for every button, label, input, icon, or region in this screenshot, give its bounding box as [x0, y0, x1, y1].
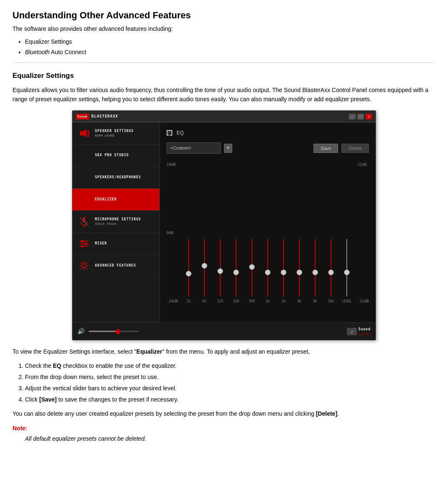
- sidebar-speaker-subtitle: WARM SOUND: [95, 134, 134, 138]
- sidebar-item-speaker-settings[interactable]: SPEAKER SETTINGS WARM SOUND: [72, 122, 159, 145]
- eq-knob-31[interactable]: [186, 271, 192, 277]
- sidebar-item-sbx[interactable]: SBX PRO STUDIO: [72, 145, 159, 167]
- eq-label: EQ: [177, 129, 184, 137]
- eq-sliders: 31 62 125: [181, 162, 355, 316]
- volume-knob[interactable]: [115, 329, 120, 334]
- section-divider: [12, 62, 436, 63]
- speaker-icon: [77, 127, 91, 140]
- db-label-neg24: -24dB: [167, 299, 178, 304]
- eq-slider-250[interactable]: 250: [228, 239, 244, 306]
- app-bottombar: 🔊 🔊 Sound BLASTER: [72, 322, 376, 340]
- step-4-bold: [Save]: [39, 396, 57, 403]
- volume-fill: [89, 331, 119, 332]
- eq-save-button[interactable]: Save: [314, 144, 338, 153]
- eq-slider-4k[interactable]: 4k: [291, 239, 307, 306]
- eq-dropdown[interactable]: <Custom>: [167, 142, 221, 154]
- eq-slider-1k[interactable]: 1k: [260, 239, 276, 306]
- app-body: SPEAKER SETTINGS WARM SOUND SBX PRO STUD…: [72, 122, 376, 322]
- step-1-bold: EQ: [53, 362, 61, 369]
- sidebar-speaker-title: SPEAKER SETTINGS: [95, 129, 134, 134]
- advanced-icon: [77, 259, 91, 272]
- eq-slider-8k[interactable]: 8k: [307, 239, 323, 306]
- sidebar-advanced-title: ADVANCED FEATURES: [95, 263, 136, 268]
- eq-slider-62[interactable]: 62: [197, 239, 212, 306]
- feature-item-2: Bluetooth Auto Connect: [25, 48, 436, 57]
- step-2: From the drop down menu, select the pres…: [25, 373, 436, 382]
- brand-text-area: Sound BLASTER: [358, 327, 371, 336]
- intro-text: The software also provides other advance…: [12, 25, 436, 33]
- sidebar-headphones-labels: SPEAKERS/HEADPHONES: [95, 175, 141, 180]
- eq-delete-button[interactable]: Delete: [341, 144, 369, 153]
- sidebar: SPEAKER SETTINGS WARM SOUND SBX PRO STUD…: [72, 122, 160, 322]
- delete-note-bold: [Delete]: [316, 410, 337, 417]
- eq-checkbox-check: ✓: [167, 131, 172, 135]
- sidebar-speaker-labels: SPEAKER SETTINGS WARM SOUND: [95, 129, 134, 138]
- maximize-button[interactable]: □: [357, 114, 364, 120]
- eq-knob-1k[interactable]: [265, 270, 271, 275]
- svg-point-11: [81, 245, 84, 247]
- note-text: All default equalizer presets cannot be …: [25, 434, 436, 443]
- eq-knob-250[interactable]: [234, 270, 239, 275]
- sidebar-advanced-labels: ADVANCED FEATURES: [95, 263, 136, 268]
- eq-dropdown-arrow[interactable]: ▼: [224, 144, 232, 153]
- steps-list: Check the EQ checkbox to enable the use …: [25, 362, 436, 404]
- logo-badge: Sound: [76, 114, 89, 120]
- volume-icon: 🔊: [77, 327, 85, 336]
- eq-knob-level[interactable]: [344, 270, 350, 275]
- equalizer-ref: Equalizer: [137, 348, 162, 355]
- titlebar-buttons[interactable]: – □ ×: [349, 114, 372, 120]
- eq-slider-16k[interactable]: 16k: [323, 239, 339, 306]
- eq-icon: [77, 193, 91, 206]
- eq-sliders-container: 31 62 125: [181, 162, 355, 316]
- sidebar-item-mixer[interactable]: MIXER: [72, 233, 159, 255]
- eq-dropdown-value: <Custom>: [170, 145, 192, 152]
- delete-note: You can also delete any user created equ…: [12, 409, 436, 418]
- logo-text: BLASTERAXX: [92, 114, 118, 120]
- eq-knob-8k[interactable]: [313, 270, 318, 275]
- eq-slider-31[interactable]: 31: [181, 239, 197, 306]
- sidebar-item-equalizer[interactable]: EQUALIZER: [72, 189, 159, 211]
- eq-checkbox[interactable]: ✓: [167, 130, 172, 136]
- svg-marker-1: [83, 129, 87, 137]
- volume-track[interactable]: [89, 331, 139, 332]
- db-label-0: 0dB: [167, 230, 178, 236]
- sidebar-mixer-labels: MIXER: [95, 241, 107, 246]
- sidebar-item-microphone[interactable]: MICROPHONE SETTINGS VOICE FOCUS: [72, 211, 159, 233]
- bluetooth-text: Bluetooth: [25, 49, 50, 55]
- headphones-icon: [77, 171, 91, 184]
- eq-slider-125[interactable]: 125: [212, 239, 228, 306]
- eq-slider-2k[interactable]: 2k: [276, 239, 291, 306]
- note-label: Note:: [12, 424, 436, 433]
- eq-header: ✓ EQ: [167, 129, 369, 137]
- sidebar-mic-title: MICROPHONE SETTINGS: [95, 217, 141, 222]
- sidebar-item-headphones[interactable]: SPEAKERS/HEADPHONES: [72, 167, 159, 189]
- sidebar-item-advanced[interactable]: ADVANCED FEATURES: [72, 255, 159, 277]
- equalizer-heading: Equalizer Settings: [12, 70, 436, 81]
- brand-name: Sound: [358, 327, 371, 332]
- sbx-icon: [77, 149, 91, 162]
- eq-knob-4k[interactable]: [297, 270, 302, 275]
- app-logo-area: Sound BLASTERAXX: [76, 114, 118, 120]
- eq-slider-level[interactable]: LEVEL: [339, 239, 355, 306]
- feature-list: Equalizer Settings Bluetooth Auto Connec…: [25, 37, 436, 57]
- brand-badge-icon: 🔊: [347, 328, 357, 335]
- eq-knob-125[interactable]: [218, 269, 223, 274]
- eq-knob-16k[interactable]: [329, 270, 334, 275]
- app-titlebar: Sound BLASTERAXX – □ ×: [72, 111, 376, 122]
- db-label-24: 24dB: [167, 162, 178, 168]
- close-button[interactable]: ×: [366, 114, 372, 120]
- instructions-text: To view the Equalizer Settings interface…: [12, 347, 436, 356]
- sidebar-mic-subtitle: VOICE FOCUS: [95, 222, 141, 227]
- db-label-neg12r: -12dB: [358, 299, 369, 304]
- eq-knob-62[interactable]: [202, 263, 207, 269]
- eq-knob-2k[interactable]: [281, 270, 286, 275]
- svg-rect-2: [83, 217, 85, 222]
- sidebar-eq-labels: EQUALIZER: [95, 197, 117, 202]
- eq-knob-500[interactable]: [249, 264, 255, 270]
- minimize-button[interactable]: –: [349, 114, 356, 120]
- db-label-12r: 12dB: [358, 162, 369, 168]
- app-screenshot-container: Sound BLASTERAXX – □ ×: [12, 110, 436, 340]
- brand-logo: 🔊 Sound BLASTER: [347, 327, 371, 336]
- eq-slider-500[interactable]: 500: [244, 239, 260, 306]
- sidebar-sbx-title: SBX PRO STUDIO: [95, 153, 129, 158]
